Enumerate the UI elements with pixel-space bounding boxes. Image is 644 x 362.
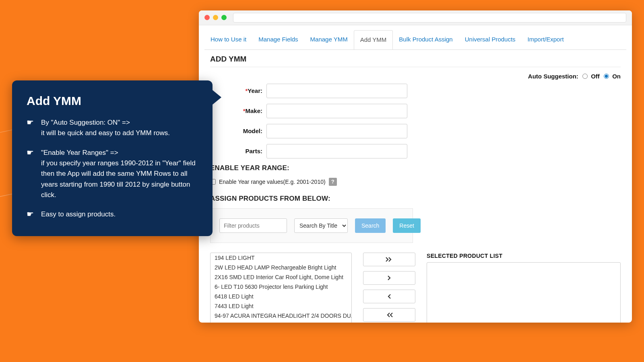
filter-panel: Search By Title Search Reset [210,208,413,243]
double-chevron-right-icon [386,257,393,262]
auto-suggestion-off-radio[interactable] [582,74,588,79]
window-close-icon[interactable] [204,15,210,20]
enable-year-range-heading: ENABLE YEAR RANGE: [210,164,621,172]
move-all-right-button[interactable] [363,253,415,266]
help-icon[interactable]: ? [329,178,337,186]
tab-how-to-use-it[interactable]: How to Use it [204,30,252,50]
callout-bullet: ☛By "Auto Suggestion: ON" => it will be … [27,117,198,139]
make-label: *Make: [210,107,266,114]
feature-callout: Add YMM ☛By "Auto Suggestion: ON" => it … [12,80,213,236]
chevron-right-icon [387,276,392,280]
tab-bulk-product-assign[interactable]: Bulk Product Assign [393,30,458,50]
list-item[interactable]: 94-97 ACURA INTEGRA HEADLIGHT 2/4 DOORS … [211,321,351,323]
callout-bullet: ☛Easy to assign products. [27,209,198,220]
make-field[interactable] [266,104,407,118]
pointer-icon: ☛ [27,209,35,220]
tab-bar: How to Use itManage FieldsManage YMMAdd … [199,25,632,50]
list-item[interactable]: 94-97 ACURA INTEGRA HEADLIGHT 2/4 DOORS … [211,311,351,321]
auto-suggestion-label: Auto Suggestion: [528,73,578,80]
search-button[interactable]: Search [355,218,386,233]
pointer-icon: ☛ [27,148,35,201]
selected-products-list[interactable] [427,262,621,323]
list-item[interactable]: 7443 LED Light [211,301,351,311]
list-item[interactable]: 6- LED T10 5630 Projector lens Parking L… [211,282,351,292]
callout-bullet: ☛"Enable Year Ranges" => if you specify … [27,148,198,201]
tab-import-export[interactable]: Import/Export [522,30,570,50]
move-right-button[interactable] [363,271,415,285]
address-bar[interactable] [233,13,626,23]
model-label: Model: [210,128,266,134]
move-left-button[interactable] [363,290,415,303]
pointer-icon: ☛ [27,117,35,139]
tab-manage-fields[interactable]: Manage Fields [252,30,304,50]
page-title: ADD YMM [210,55,621,64]
parts-field[interactable] [266,144,407,158]
enable-year-range-label: Enable Year range values(E.g. 2001-2010) [219,179,326,185]
app-window: How to Use itManage FieldsManage YMMAdd … [199,10,632,323]
title-bar [199,10,632,25]
available-products-list[interactable]: 194 LED LIGHT2W LED HEAD LAMP Rechargeab… [210,253,352,323]
auto-suggestion-toggle: Auto Suggestion: Off On [210,73,621,80]
window-maximize-icon[interactable] [221,15,227,20]
move-buttons [363,253,415,322]
list-item[interactable]: 2W LED HEAD LAMP Rechargeable Bright Lig… [211,263,351,272]
tab-add-ymm[interactable]: Add YMM [354,30,393,50]
tab-universal-products[interactable]: Universal Products [459,30,522,50]
selected-products-heading: SELECTED PRODUCT LIST [427,253,621,259]
callout-bullet-text: "Enable Year Ranges" => if you specify y… [41,148,198,201]
tab-manage-ymm[interactable]: Manage YMM [304,30,354,50]
parts-label: Parts: [210,148,266,154]
chevron-left-icon [387,294,392,299]
callout-pointer-icon [213,90,221,105]
filter-products-input[interactable] [219,218,287,233]
list-item[interactable]: 194 LED LIGHT [211,253,351,263]
callout-bullet-text: By "Auto Suggestion: ON" => it will be q… [41,117,170,139]
callout-title: Add YMM [27,94,198,108]
auto-suggestion-on-label: On [612,73,621,80]
callout-bullet-text: Easy to assign products. [41,209,116,220]
assign-products-heading: ASSIGN PRODUCTS FROM BELOW: [210,195,621,203]
double-chevron-left-icon [386,313,393,317]
model-field[interactable] [266,124,407,138]
move-all-left-button[interactable] [363,308,415,322]
list-item[interactable]: 6418 LED Light [211,292,351,301]
reset-button[interactable]: Reset [393,218,421,233]
auto-suggestion-on-radio[interactable] [604,74,609,79]
list-item[interactable]: 2X16 SMD LED Interior Car Roof Light, Do… [211,272,351,282]
auto-suggestion-off-label: Off [591,73,600,80]
window-minimize-icon[interactable] [213,15,218,20]
search-mode-select[interactable]: Search By Title [294,218,348,233]
year-field[interactable] [266,84,407,98]
